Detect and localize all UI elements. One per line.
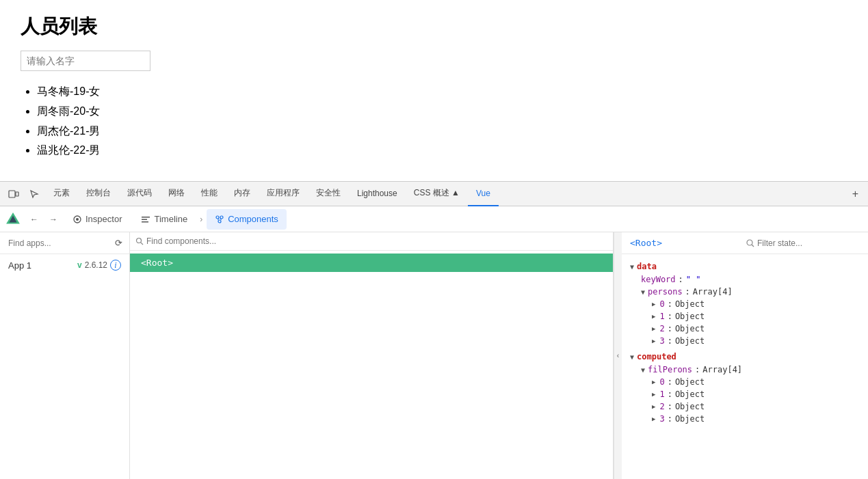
center-panel-wrapper: <Root> ‹ [130,232,622,479]
tab-inspector[interactable]: Inspector [64,209,130,230]
add-tab-button[interactable]: + [847,182,864,206]
computed-collapse-arrow [630,353,634,361]
tab-css-overview[interactable]: CSS 概述 ▲ [406,182,468,206]
svg-point-9 [216,216,219,219]
filter-state-row [746,238,860,248]
persons-arrow [641,288,645,296]
vue-logo-icon [5,212,21,227]
persons-3-item[interactable]: 3 : Object [622,335,868,347]
device-toggle-icon[interactable] [4,184,23,204]
app-info-icon: i [110,260,121,271]
tab-memory[interactable]: 内存 [226,182,259,206]
svg-rect-6 [142,217,150,218]
breadcrumb-arrow: › [200,215,202,224]
svg-line-19 [752,245,754,247]
data-section: data keyWord : " " persons : Array[4] [622,260,868,347]
app-version-row: v 2.6.12 i [77,260,121,271]
filperons-0-arrow [652,379,655,385]
root-component-label: <Root> [141,258,173,268]
center-panel: <Root> [130,232,614,479]
collapse-left-panel-button[interactable]: ‹ [614,232,622,479]
forward-arrow-button[interactable]: → [45,211,62,228]
inspector-icon [73,215,82,224]
filperons-2-item[interactable]: 2 : Object [622,400,868,413]
persons-2-arrow [652,325,655,332]
name-search-input[interactable] [21,51,150,71]
tab-application[interactable]: 应用程序 [259,182,308,206]
tab-vue[interactable]: Vue [468,182,499,206]
computed-section-header[interactable]: computed [622,350,868,364]
filperons-arrow [641,366,645,374]
svg-point-11 [218,220,221,223]
state-tree: data keyWord : " " persons : Array[4] [622,254,868,479]
component-tree: <Root> [130,251,613,479]
components-tab-label: Components [228,214,278,224]
filperons-2-arrow [652,403,655,410]
back-arrow-button[interactable]: ← [26,211,42,228]
svg-rect-1 [16,192,18,196]
filperons-3-item[interactable]: 3 : Object [622,413,868,425]
find-components-input[interactable] [146,236,607,246]
filperons-1-item[interactable]: 1 : Object [622,388,868,400]
app-label: App 1 [8,260,31,271]
center-search-row [130,232,613,251]
tab-sources[interactable]: 源代码 [119,182,160,206]
persons-3-arrow [652,338,655,344]
center-search-icon [135,237,144,245]
data-collapse-arrow [630,263,634,271]
persons-0-item[interactable]: 0 : Object [622,298,868,310]
filperons-1-arrow [652,391,655,398]
filperons-item[interactable]: filPerons : Array[4] [622,364,868,376]
tab-console[interactable]: 控制台 [78,182,119,206]
right-panel: <Root> data [622,232,868,479]
list-item: 温兆伦-22-男 [37,141,847,161]
filperons-0-item[interactable]: 0 : Object [622,376,868,388]
collapse-arrow-icon: ‹ [617,352,619,359]
computed-section: computed filPerons : Array[4] 0 : Object [622,350,868,425]
page-title: 人员列表 [21,14,847,40]
persons-item[interactable]: persons : Array[4] [622,286,868,298]
svg-point-5 [76,218,79,221]
tab-elements[interactable]: 元素 [45,182,78,206]
svg-point-16 [137,238,142,243]
tab-lighthouse[interactable]: Lighthouse [349,182,406,206]
left-panel: ⟳ App 1 v 2.6.12 i [0,232,130,479]
left-search-row: ⟳ [0,232,129,254]
select-element-icon[interactable] [25,184,44,204]
svg-rect-7 [142,219,147,220]
filter-state-input[interactable] [757,238,860,248]
data-section-header[interactable]: data [622,260,868,273]
tab-components[interactable]: Components [207,209,287,230]
list-item: 周冬雨-20-女 [37,102,847,122]
keyword-item: keyWord : " " [622,273,868,286]
devtools-toolbar: 元素 控制台 源代码 网络 性能 内存 应用程序 安全性 Lighthouse … [0,182,868,206]
right-root-label: <Root> [630,238,662,248]
persons-1-arrow [652,313,655,320]
find-apps-input[interactable] [8,238,111,248]
svg-point-18 [747,240,752,245]
tab-performance[interactable]: 性能 [193,182,226,206]
main-content: 人员列表 马冬梅-19-女 周冬雨-20-女 周杰伦-21-男 温兆伦-22-男 [0,0,868,181]
tab-security[interactable]: 安全性 [308,182,349,206]
filter-icon [746,238,754,247]
devtools-panel: 元素 控制台 源代码 网络 性能 内存 应用程序 安全性 Lighthouse … [0,181,868,479]
right-panel-header: <Root> [622,232,868,254]
tab-timeline[interactable]: Timeline [133,209,196,230]
svg-point-10 [220,216,223,219]
persons-0-arrow [652,301,655,307]
persons-2-item[interactable]: 2 : Object [622,323,868,335]
persons-1-item[interactable]: 1 : Object [622,310,868,323]
timeline-tab-label: Timeline [154,214,187,224]
app-list-item[interactable]: App 1 v 2.6.12 i [0,254,129,276]
data-section-name: data [637,262,657,271]
filperons-3-arrow [652,415,655,422]
refresh-button[interactable]: ⟳ [114,236,124,249]
tab-network[interactable]: 网络 [160,182,193,206]
root-component-item[interactable]: <Root> [130,254,613,272]
vue-devtools-row: ← → Inspector Timeline › [0,206,868,232]
list-item: 周杰伦-21-男 [37,122,847,141]
svg-rect-8 [142,221,148,223]
timeline-icon [141,215,150,224]
computed-section-name: computed [637,352,676,361]
devtools-main: ⟳ App 1 v 2.6.12 i [0,232,868,479]
